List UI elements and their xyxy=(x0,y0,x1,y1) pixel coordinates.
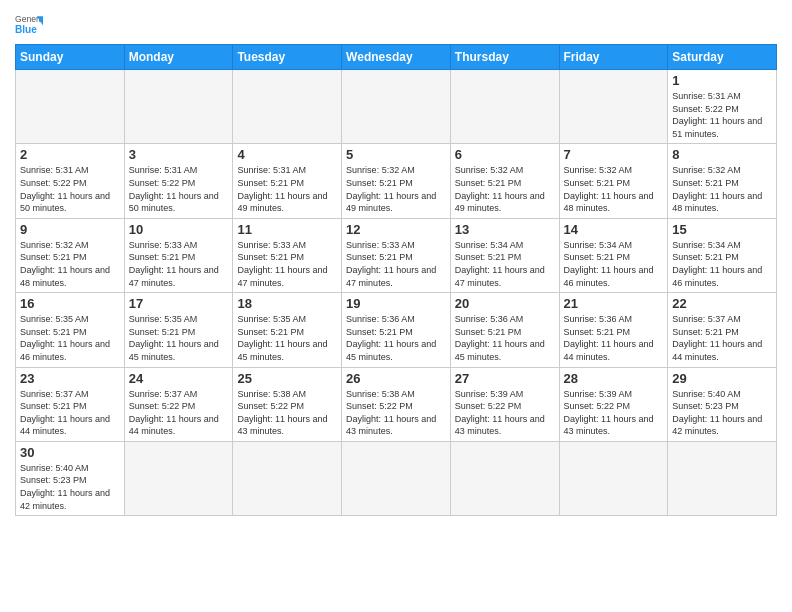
weekday-friday: Friday xyxy=(559,45,668,70)
calendar-cell xyxy=(450,441,559,515)
day-info: Sunrise: 5:39 AMSunset: 5:22 PMDaylight:… xyxy=(455,388,555,438)
calendar-cell: 12Sunrise: 5:33 AMSunset: 5:21 PMDayligh… xyxy=(342,218,451,292)
day-info: Sunrise: 5:35 AMSunset: 5:21 PMDaylight:… xyxy=(129,313,229,363)
calendar-cell: 10Sunrise: 5:33 AMSunset: 5:21 PMDayligh… xyxy=(124,218,233,292)
calendar-cell: 19Sunrise: 5:36 AMSunset: 5:21 PMDayligh… xyxy=(342,293,451,367)
day-info: Sunrise: 5:39 AMSunset: 5:22 PMDaylight:… xyxy=(564,388,664,438)
calendar-cell: 27Sunrise: 5:39 AMSunset: 5:22 PMDayligh… xyxy=(450,367,559,441)
weekday-thursday: Thursday xyxy=(450,45,559,70)
day-number: 10 xyxy=(129,222,229,237)
day-info: Sunrise: 5:32 AMSunset: 5:21 PMDaylight:… xyxy=(564,164,664,214)
day-number: 25 xyxy=(237,371,337,386)
calendar-cell: 17Sunrise: 5:35 AMSunset: 5:21 PMDayligh… xyxy=(124,293,233,367)
day-info: Sunrise: 5:32 AMSunset: 5:21 PMDaylight:… xyxy=(672,164,772,214)
day-number: 8 xyxy=(672,147,772,162)
calendar-cell: 13Sunrise: 5:34 AMSunset: 5:21 PMDayligh… xyxy=(450,218,559,292)
calendar-cell: 5Sunrise: 5:32 AMSunset: 5:21 PMDaylight… xyxy=(342,144,451,218)
day-number: 30 xyxy=(20,445,120,460)
calendar-cell xyxy=(450,70,559,144)
day-number: 17 xyxy=(129,296,229,311)
logo: General Blue xyxy=(15,10,43,38)
day-number: 1 xyxy=(672,73,772,88)
week-row-2: 2Sunrise: 5:31 AMSunset: 5:22 PMDaylight… xyxy=(16,144,777,218)
calendar-cell: 11Sunrise: 5:33 AMSunset: 5:21 PMDayligh… xyxy=(233,218,342,292)
day-info: Sunrise: 5:32 AMSunset: 5:21 PMDaylight:… xyxy=(455,164,555,214)
day-number: 5 xyxy=(346,147,446,162)
day-info: Sunrise: 5:37 AMSunset: 5:21 PMDaylight:… xyxy=(20,388,120,438)
calendar-cell: 15Sunrise: 5:34 AMSunset: 5:21 PMDayligh… xyxy=(668,218,777,292)
calendar-cell: 3Sunrise: 5:31 AMSunset: 5:22 PMDaylight… xyxy=(124,144,233,218)
calendar-cell: 4Sunrise: 5:31 AMSunset: 5:21 PMDaylight… xyxy=(233,144,342,218)
calendar-cell: 22Sunrise: 5:37 AMSunset: 5:21 PMDayligh… xyxy=(668,293,777,367)
day-info: Sunrise: 5:34 AMSunset: 5:21 PMDaylight:… xyxy=(564,239,664,289)
day-number: 14 xyxy=(564,222,664,237)
calendar-cell: 2Sunrise: 5:31 AMSunset: 5:22 PMDaylight… xyxy=(16,144,125,218)
day-info: Sunrise: 5:37 AMSunset: 5:21 PMDaylight:… xyxy=(672,313,772,363)
calendar-cell: 28Sunrise: 5:39 AMSunset: 5:22 PMDayligh… xyxy=(559,367,668,441)
day-number: 7 xyxy=(564,147,664,162)
day-number: 21 xyxy=(564,296,664,311)
day-number: 12 xyxy=(346,222,446,237)
day-number: 16 xyxy=(20,296,120,311)
day-info: Sunrise: 5:37 AMSunset: 5:22 PMDaylight:… xyxy=(129,388,229,438)
day-number: 27 xyxy=(455,371,555,386)
week-row-4: 16Sunrise: 5:35 AMSunset: 5:21 PMDayligh… xyxy=(16,293,777,367)
day-number: 24 xyxy=(129,371,229,386)
calendar-cell xyxy=(559,441,668,515)
calendar-cell xyxy=(124,70,233,144)
day-info: Sunrise: 5:38 AMSunset: 5:22 PMDaylight:… xyxy=(237,388,337,438)
calendar: SundayMondayTuesdayWednesdayThursdayFrid… xyxy=(15,44,777,516)
day-number: 11 xyxy=(237,222,337,237)
calendar-cell xyxy=(668,441,777,515)
calendar-cell: 18Sunrise: 5:35 AMSunset: 5:21 PMDayligh… xyxy=(233,293,342,367)
calendar-cell: 8Sunrise: 5:32 AMSunset: 5:21 PMDaylight… xyxy=(668,144,777,218)
calendar-cell: 26Sunrise: 5:38 AMSunset: 5:22 PMDayligh… xyxy=(342,367,451,441)
week-row-3: 9Sunrise: 5:32 AMSunset: 5:21 PMDaylight… xyxy=(16,218,777,292)
week-row-1: 1Sunrise: 5:31 AMSunset: 5:22 PMDaylight… xyxy=(16,70,777,144)
day-info: Sunrise: 5:36 AMSunset: 5:21 PMDaylight:… xyxy=(346,313,446,363)
day-info: Sunrise: 5:32 AMSunset: 5:21 PMDaylight:… xyxy=(20,239,120,289)
day-info: Sunrise: 5:36 AMSunset: 5:21 PMDaylight:… xyxy=(564,313,664,363)
weekday-tuesday: Tuesday xyxy=(233,45,342,70)
day-info: Sunrise: 5:35 AMSunset: 5:21 PMDaylight:… xyxy=(20,313,120,363)
day-number: 6 xyxy=(455,147,555,162)
calendar-cell xyxy=(342,70,451,144)
day-info: Sunrise: 5:31 AMSunset: 5:22 PMDaylight:… xyxy=(129,164,229,214)
day-info: Sunrise: 5:40 AMSunset: 5:23 PMDaylight:… xyxy=(672,388,772,438)
calendar-cell xyxy=(559,70,668,144)
calendar-cell xyxy=(16,70,125,144)
page: General Blue SundayMondayTuesdayWednesda… xyxy=(0,0,792,526)
calendar-cell: 6Sunrise: 5:32 AMSunset: 5:21 PMDaylight… xyxy=(450,144,559,218)
weekday-monday: Monday xyxy=(124,45,233,70)
weekday-header-row: SundayMondayTuesdayWednesdayThursdayFrid… xyxy=(16,45,777,70)
calendar-cell: 20Sunrise: 5:36 AMSunset: 5:21 PMDayligh… xyxy=(450,293,559,367)
calendar-cell: 7Sunrise: 5:32 AMSunset: 5:21 PMDaylight… xyxy=(559,144,668,218)
calendar-cell xyxy=(342,441,451,515)
day-number: 20 xyxy=(455,296,555,311)
header: General Blue xyxy=(15,10,777,38)
day-info: Sunrise: 5:36 AMSunset: 5:21 PMDaylight:… xyxy=(455,313,555,363)
day-number: 28 xyxy=(564,371,664,386)
calendar-cell: 16Sunrise: 5:35 AMSunset: 5:21 PMDayligh… xyxy=(16,293,125,367)
week-row-5: 23Sunrise: 5:37 AMSunset: 5:21 PMDayligh… xyxy=(16,367,777,441)
calendar-cell xyxy=(124,441,233,515)
day-number: 22 xyxy=(672,296,772,311)
logo-icon: General Blue xyxy=(15,10,43,38)
weekday-wednesday: Wednesday xyxy=(342,45,451,70)
day-info: Sunrise: 5:40 AMSunset: 5:23 PMDaylight:… xyxy=(20,462,120,512)
day-info: Sunrise: 5:33 AMSunset: 5:21 PMDaylight:… xyxy=(129,239,229,289)
calendar-cell xyxy=(233,70,342,144)
day-number: 29 xyxy=(672,371,772,386)
day-info: Sunrise: 5:31 AMSunset: 5:22 PMDaylight:… xyxy=(672,90,772,140)
day-info: Sunrise: 5:33 AMSunset: 5:21 PMDaylight:… xyxy=(237,239,337,289)
weekday-sunday: Sunday xyxy=(16,45,125,70)
svg-text:Blue: Blue xyxy=(15,24,37,35)
day-info: Sunrise: 5:31 AMSunset: 5:21 PMDaylight:… xyxy=(237,164,337,214)
day-info: Sunrise: 5:32 AMSunset: 5:21 PMDaylight:… xyxy=(346,164,446,214)
day-number: 18 xyxy=(237,296,337,311)
day-info: Sunrise: 5:34 AMSunset: 5:21 PMDaylight:… xyxy=(672,239,772,289)
day-number: 19 xyxy=(346,296,446,311)
day-number: 23 xyxy=(20,371,120,386)
title-section xyxy=(43,10,777,12)
day-number: 13 xyxy=(455,222,555,237)
